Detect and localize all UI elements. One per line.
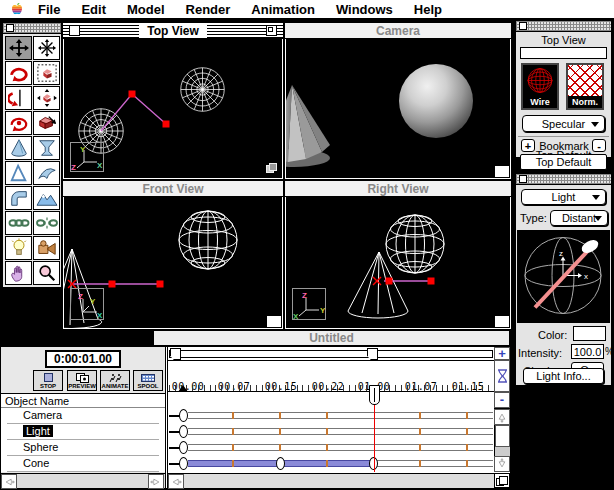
scroll-right-arrow[interactable]	[148, 474, 164, 489]
track-add-button[interactable]: +	[494, 347, 510, 360]
sequencer-titlebar[interactable]: Untitled	[153, 330, 510, 346]
color-swatch[interactable]	[573, 326, 606, 341]
timeline-ruler[interactable]: 00.00 00.07 00.15 00.22 01.00 01.07 01.1…	[168, 360, 494, 392]
cone-primitive-tool[interactable]	[5, 136, 32, 160]
shading-mode-dropdown[interactable]: Specular	[522, 115, 605, 132]
pipe-tool[interactable]	[5, 186, 32, 210]
animate-button[interactable]: ANIMATE	[100, 370, 130, 391]
camera-titlebar[interactable]: Camera	[285, 23, 511, 39]
keypoint-handle[interactable]	[109, 281, 116, 288]
right-view-titlebar[interactable]: Right View	[285, 181, 511, 197]
light-palette-titlebar[interactable]	[516, 174, 611, 185]
resize-box[interactable]	[266, 315, 282, 328]
link-tool[interactable]	[5, 211, 32, 235]
lathe-tool[interactable]	[33, 136, 60, 160]
bookmark-preset-button[interactable]: Top Default	[520, 154, 607, 170]
keypoint-handle[interactable]	[386, 278, 393, 285]
menu-file[interactable]: File	[38, 2, 60, 17]
close-box-icon[interactable]	[519, 22, 527, 30]
front-view-canvas[interactable]: Z Y X	[64, 197, 282, 328]
close-box-icon[interactable]	[519, 175, 527, 183]
scroll-left-arrow[interactable]	[1, 474, 17, 489]
keyframe-marker[interactable]	[179, 441, 188, 454]
camera-object-tool[interactable]	[33, 236, 60, 260]
bookmark-add-button[interactable]: +	[521, 139, 535, 152]
vscroll-thumb[interactable]	[495, 425, 510, 447]
unlink-tool[interactable]	[33, 211, 60, 235]
object-row-camera[interactable]: Camera	[1, 408, 165, 424]
top-view-canvas[interactable]: Y X Z	[64, 39, 282, 178]
time-range-track[interactable]	[169, 350, 493, 358]
move-free-tool[interactable]	[33, 36, 60, 60]
keyframe-marker[interactable]	[179, 425, 188, 438]
pages-icon[interactable]	[266, 163, 278, 174]
camera-canvas[interactable]	[286, 39, 510, 178]
light-source-blob[interactable]	[579, 237, 600, 255]
object-type-dropdown[interactable]: Light	[521, 189, 606, 205]
resize-grip-icon[interactable]	[494, 473, 510, 488]
timeline-scrollbar[interactable]	[168, 473, 494, 488]
move-tool[interactable]	[5, 36, 32, 60]
range-end-handle[interactable]	[367, 348, 378, 360]
zoom-box-icon[interactable]	[266, 25, 277, 36]
light-type-dropdown[interactable]: Distant	[550, 210, 608, 226]
close-box-icon[interactable]	[6, 24, 14, 32]
keypoint-handle[interactable]	[163, 121, 170, 128]
wire-mode-button[interactable]: Wire	[521, 63, 559, 110]
zoom-tool[interactable]	[33, 261, 60, 285]
spline-object-tool[interactable]	[5, 161, 32, 185]
view-palette-titlebar[interactable]	[516, 21, 611, 32]
start-marker-icon[interactable]	[178, 385, 188, 392]
rotate-tool[interactable]	[5, 61, 32, 85]
top-view-titlebar[interactable]: Top View	[63, 23, 283, 39]
stop-button[interactable]: STOP	[33, 370, 63, 391]
resize-box[interactable]	[494, 315, 510, 328]
light-direction-trackball[interactable]: z x	[517, 230, 610, 323]
resize-box[interactable]	[494, 165, 510, 178]
menu-model[interactable]: Model	[127, 2, 165, 17]
track-remove-button[interactable]: -	[494, 392, 510, 408]
keypoint-handle[interactable]	[129, 91, 136, 98]
menu-edit[interactable]: Edit	[81, 2, 106, 17]
normal-mode-button[interactable]: Norm.	[566, 63, 604, 110]
light-tool[interactable]	[5, 236, 32, 260]
keypoint-handle[interactable]	[428, 278, 435, 285]
move-3d-tool[interactable]	[33, 86, 60, 110]
spool-button[interactable]: SPOOL	[133, 370, 163, 391]
object-row-light[interactable]: Light	[1, 424, 165, 440]
front-view-titlebar[interactable]: Front View	[63, 181, 283, 197]
keyframe-marker[interactable]	[179, 409, 188, 422]
bookmark-remove-button[interactable]: -	[592, 139, 606, 152]
rotate-center-tool[interactable]	[5, 111, 32, 135]
light-info-button[interactable]: Light Info...	[523, 368, 604, 384]
scroll-up-arrow[interactable]	[494, 409, 510, 425]
preview-button[interactable]: PREVIEW	[67, 370, 97, 391]
menu-animation[interactable]: Animation	[251, 2, 315, 17]
marquee-scale-tool[interactable]	[33, 61, 60, 85]
name-column-scrollbar[interactable]	[1, 473, 165, 488]
scroll-down-arrow[interactable]	[494, 456, 510, 472]
scroll-left-arrow[interactable]	[168, 474, 184, 489]
tool-palette-titlebar[interactable]	[3, 23, 61, 34]
intensity-field[interactable]: 100.0	[571, 344, 604, 359]
keyframe-marker[interactable]	[276, 457, 285, 470]
keyframe-marker[interactable]	[179, 457, 188, 470]
menu-windows[interactable]: Windows	[336, 2, 393, 17]
object-row-cone[interactable]: Cone	[1, 456, 165, 472]
playhead-handle[interactable]	[369, 385, 380, 405]
hourglass-icon[interactable]	[494, 360, 510, 392]
range-start-handle[interactable]	[170, 348, 181, 360]
terrain-tool[interactable]	[33, 186, 60, 210]
menu-help[interactable]: Help	[414, 2, 442, 17]
view-name-field[interactable]	[520, 47, 607, 59]
rotate-axis-tool[interactable]	[5, 86, 32, 110]
extrude-tool[interactable]	[33, 111, 60, 135]
pan-tool[interactable]	[5, 261, 32, 285]
menu-render[interactable]: Render	[186, 2, 231, 17]
tracks-vertical-scrollbar[interactable]	[494, 408, 511, 472]
close-box-icon[interactable]	[69, 25, 80, 36]
object-row-sphere[interactable]: Sphere	[1, 440, 165, 456]
apple-menu[interactable]	[10, 1, 24, 17]
keypoint-handle[interactable]	[157, 281, 164, 288]
surface-tool[interactable]	[33, 161, 60, 185]
